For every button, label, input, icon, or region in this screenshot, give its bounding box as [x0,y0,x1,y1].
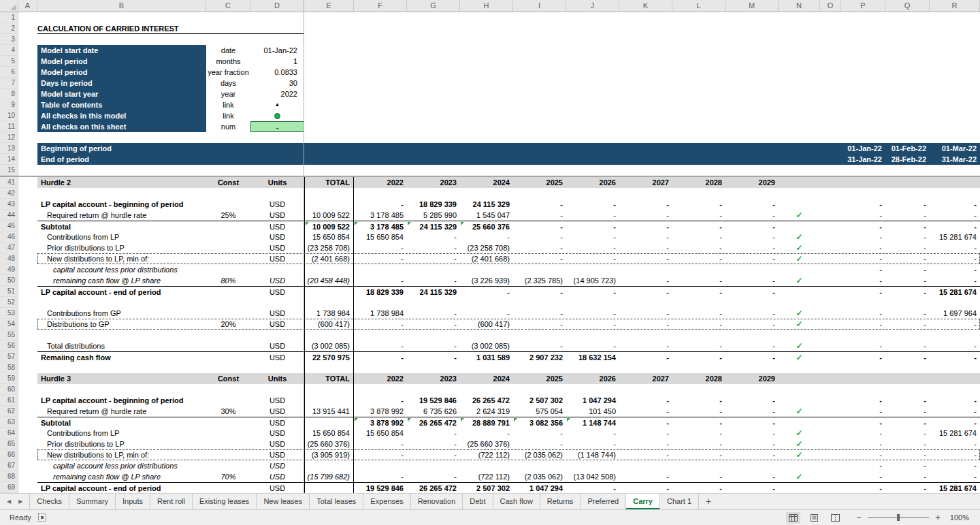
sheet-tab-inputs[interactable]: Inputs [116,494,150,509]
column-header-M[interactable]: M [725,0,779,12]
year-value[interactable]: - [619,275,672,286]
month-value[interactable]: - [885,286,930,297]
units-header[interactable]: Units [250,177,304,188]
year-value[interactable]: - [407,308,460,319]
cell-A[interactable] [18,275,37,286]
year-value[interactable]: (2 401 668) [460,253,513,264]
cell-G[interactable] [407,330,460,340]
total-value[interactable] [304,199,354,210]
month-value[interactable]: - [930,221,980,232]
cell-L[interactable] [672,188,725,199]
year-value[interactable]: - [407,319,460,330]
cell-E[interactable] [304,23,354,34]
cell-G[interactable] [407,110,460,121]
cell-O[interactable] [820,221,841,232]
row-label[interactable]: Distributions to GP [37,319,206,330]
column-header-B[interactable]: B [37,0,206,12]
year-value[interactable]: - [672,232,725,242]
year-value[interactable]: (2 035 062) [513,471,566,482]
year-value[interactable]: - [354,395,407,406]
cell-L[interactable] [672,89,725,99]
cell-N[interactable] [779,56,820,67]
cell-A[interactable] [18,56,37,67]
year-value[interactable]: - [725,232,779,242]
year-value[interactable]: - [407,253,460,264]
cell-C[interactable] [206,297,250,308]
cell-C[interactable] [206,12,250,23]
check-cell[interactable] [779,417,820,428]
row-label[interactable]: LP capital account - end of period [37,286,206,297]
column-header-Q[interactable]: Q [885,0,930,12]
row-header-4[interactable]: 4 [0,45,18,56]
cell-G[interactable] [407,12,460,23]
cell-O[interactable] [820,177,841,188]
cell-N[interactable] [779,330,820,340]
cell-A[interactable] [18,395,37,406]
cell-O[interactable] [820,188,841,199]
cell-F[interactable] [354,132,407,143]
const-value[interactable] [206,199,250,210]
cell-M[interactable] [725,56,779,67]
cell-R[interactable] [930,45,980,56]
cell-H[interactable] [460,384,513,395]
total-value[interactable] [304,417,354,428]
month-value[interactable]: 15 281 674 [930,428,980,439]
cell-R[interactable] [930,110,980,121]
column-header-J[interactable]: J [566,0,619,12]
model-info-value[interactable]: 01-Jan-22 [250,45,304,56]
cell-O[interactable] [820,132,841,143]
year-value[interactable]: 3 878 992 [354,406,407,417]
cell-L[interactable] [672,78,725,89]
cell-P[interactable] [841,45,885,56]
sheet-checks-cell[interactable]: - [250,121,304,132]
year-value[interactable]: - [566,210,619,221]
month-value[interactable]: - [885,406,930,417]
cell-O[interactable] [820,45,841,56]
cell-F[interactable] [354,67,407,78]
model-info-unit[interactable]: year fraction [206,67,250,78]
year-value[interactable]: - [566,482,619,493]
month-value[interactable]: - [841,482,885,493]
year-value[interactable]: - [566,253,619,264]
const-header[interactable]: Const [206,177,250,188]
cell-I[interactable] [513,23,566,34]
cell-E[interactable] [304,121,354,132]
cell-M[interactable] [725,297,779,308]
units-value[interactable]: USD [250,242,304,253]
total-value[interactable]: 10 009 522 [304,210,354,221]
units-value[interactable]: USD [250,275,304,286]
cell-R[interactable] [930,384,980,395]
cell-I[interactable] [513,99,566,110]
cell-F[interactable] [354,34,407,45]
cell-I[interactable] [513,362,566,373]
year-value[interactable]: 19 529 846 [407,395,460,406]
cell-G[interactable] [407,362,460,373]
row-header-2[interactable]: 2 [0,23,18,34]
cell-R[interactable] [930,23,980,34]
toc-link-up-icon[interactable]: ▲ [250,99,304,110]
year-value[interactable]: - [566,232,619,242]
const-value[interactable] [206,340,250,351]
total-value[interactable]: 15 650 854 [304,428,354,439]
cell-G[interactable] [407,165,460,176]
year-value[interactable]: - [619,308,672,319]
year-value[interactable]: - [619,482,672,493]
cell-G[interactable] [407,188,460,199]
year-value[interactable]: - [354,351,407,362]
cell-O[interactable] [820,395,841,406]
cell-O[interactable] [820,308,841,319]
units-value[interactable]: USD [250,428,304,439]
cell-O[interactable] [820,351,841,362]
row-header-9[interactable]: 9 [0,99,18,110]
total-value[interactable] [304,482,354,493]
add-sheet-button[interactable]: + [699,494,718,509]
cell-H[interactable] [460,89,513,99]
cell-J[interactable] [566,34,619,45]
month-value[interactable]: - [841,471,885,482]
row-label[interactable]: Required return @ hurdle rate [37,210,206,221]
cell-P[interactable] [841,23,885,34]
total-value[interactable] [304,395,354,406]
year-value[interactable]: - [672,351,725,362]
cell-P[interactable] [841,89,885,99]
year-value[interactable]: (722 112) [460,471,513,482]
